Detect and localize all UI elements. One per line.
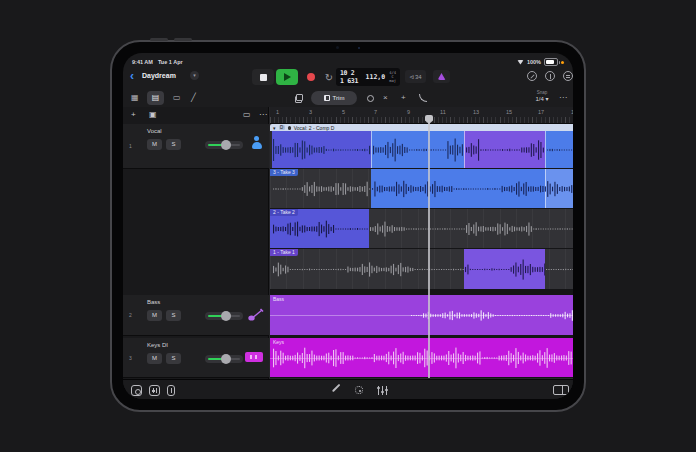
take-label[interactable]: 2 - Take 2 <box>270 209 298 216</box>
mute-button[interactable]: M <box>147 353 162 364</box>
trim-tool-button[interactable]: Trim <box>311 91 357 105</box>
tuner-button[interactable] <box>527 71 537 81</box>
main-toolbar: ‹ Daydream ▾ ↻ 10 2 1 631 112,0 4/4C maj… <box>123 66 573 91</box>
counter-icon: ⊲ <box>409 73 414 80</box>
edit-toolbar: ▦ ▤ ▭ ╱ Trim × + Snap 1/4 ▾ ⋯ <box>123 90 573 107</box>
track-header-toolbar: + ▣ ▭ ⋯ <box>123 107 269 124</box>
solo-button[interactable]: S <box>166 353 181 364</box>
comp-region-header[interactable]: ▾ D Vocal: 2 - Comp D <box>270 124 573 131</box>
take-lane-3[interactable]: 3 - Take 3 <box>270 169 573 209</box>
comp-segment-take3b[interactable] <box>545 131 573 168</box>
trim-icon <box>324 95 330 101</box>
more-button[interactable]: ⋯ <box>559 91 567 105</box>
add-track-button[interactable]: + <box>131 109 136 121</box>
take-lane-2[interactable]: 2 - Take 2 <box>270 209 573 249</box>
ruler-label: 5 <box>342 109 345 115</box>
ruler-label: 7 <box>374 109 377 115</box>
ruler-label: 19 <box>571 109 573 115</box>
ruler-label: 17 <box>538 109 544 115</box>
mixer-button[interactable] <box>149 385 160 396</box>
back-chevron-icon[interactable]: ‹ <box>130 69 134 83</box>
tracks-view-button[interactable]: ▤ <box>147 91 164 105</box>
ruler-label: 3 <box>309 109 312 115</box>
fade-button[interactable] <box>419 94 427 102</box>
ruler-label: 11 <box>440 109 446 115</box>
mute-button[interactable]: M <box>147 139 162 150</box>
zoom-fit-button[interactable]: ▭ <box>243 109 251 121</box>
ruler-label: 13 <box>473 109 479 115</box>
mute-button[interactable]: M <box>147 310 162 321</box>
automation-button[interactable]: ╱ <box>191 91 196 105</box>
lcd-display[interactable]: 10 2 1 631 112,0 4/4C maj <box>336 68 400 86</box>
mic-icon <box>288 126 291 130</box>
settings-button[interactable] <box>563 71 573 81</box>
stop-button[interactable] <box>252 69 274 85</box>
volume-slider[interactable] <box>205 141 243 149</box>
status-date: Tue 1 Apr <box>158 59 183 65</box>
playhead-line[interactable] <box>428 115 430 378</box>
browser-button[interactable]: ▦ <box>131 91 139 105</box>
track-header-keys[interactable]: 3 Keys DI M S <box>123 338 269 378</box>
project-title[interactable]: Daydream <box>142 72 176 79</box>
track-name[interactable]: Vocal <box>147 128 162 134</box>
keys-region[interactable]: Keys <box>270 338 573 378</box>
tuner-icon <box>530 74 534 78</box>
bar-ruler[interactable]: 1 3 5 7 9 11 13 15 17 19 <box>270 107 573 124</box>
ruler-label: 15 <box>506 109 512 115</box>
stop-icon <box>260 74 267 81</box>
ruler-ticks <box>270 117 573 123</box>
region-inspector-button[interactable]: ▭ <box>173 91 181 105</box>
plugins-button[interactable] <box>131 385 142 396</box>
track-header-bass[interactable]: 2 Bass M S <box>123 295 269 336</box>
lcd-tempo: 112,0 <box>366 73 386 81</box>
take-label[interactable]: 3 - Take 3 <box>270 169 298 176</box>
track-name[interactable]: Keys DI <box>147 342 168 348</box>
comp-title: Vocal: 2 - Comp D <box>294 125 335 131</box>
levels-icon[interactable] <box>377 386 388 395</box>
loop-button[interactable] <box>367 95 374 102</box>
track-header-vocal[interactable]: 1 Vocal M S <box>123 124 269 169</box>
bottom-toolbar <box>123 379 573 399</box>
play-button[interactable] <box>276 69 298 85</box>
solo-button[interactable]: S <box>166 139 181 150</box>
comp-disclosure-icon[interactable]: ▾ <box>273 125 276 131</box>
comp-segment-take1[interactable] <box>464 131 546 168</box>
comp-segment-take2[interactable] <box>272 131 371 168</box>
volume-slider[interactable] <box>205 355 243 363</box>
volume-slider[interactable] <box>205 312 243 320</box>
comp-segment-take3[interactable] <box>371 131 465 168</box>
join-button[interactable]: + <box>401 91 406 105</box>
solo-button[interactable]: S <box>166 310 181 321</box>
fader-button[interactable] <box>167 385 175 396</box>
comp-region-row[interactable] <box>270 131 573 169</box>
track-header-column: + ▣ ▭ ⋯ 1 Vocal M S 2 <box>123 107 269 379</box>
marketing-canvas: 9:41 AM Tue 1 Apr 100% ‹ Daydream ▾ ↻ <box>0 0 696 452</box>
di-box-icon <box>245 352 263 362</box>
play-icon <box>284 73 291 81</box>
metronome-button[interactable] <box>545 71 555 81</box>
ipad-device-frame: 9:41 AM Tue 1 Apr 100% ‹ Daydream ▾ ↻ <box>110 40 586 412</box>
track-number: 2 <box>129 312 132 318</box>
bass-region[interactable]: Bass <box>270 295 573 336</box>
track-template-icon[interactable]: ▣ <box>149 109 157 121</box>
track-name[interactable]: Bass <box>147 299 160 305</box>
record-icon <box>307 73 315 81</box>
project-menu-chevron-icon[interactable]: ▾ <box>190 71 199 80</box>
volume-up-button <box>150 38 168 41</box>
battery-icon <box>544 58 558 66</box>
track-number: 1 <box>129 143 132 149</box>
take-label[interactable]: 1 - Take 1 <box>270 249 298 256</box>
editor-settings-icon[interactable] <box>355 386 363 394</box>
trim-label: Trim <box>333 95 345 101</box>
pencil-icon[interactable] <box>332 384 340 392</box>
counter-badge[interactable]: ⊲ 34 <box>405 70 426 83</box>
ruler-label: 1 <box>276 109 279 115</box>
header-more-button[interactable]: ⋯ <box>259 109 267 121</box>
split-button[interactable]: × <box>383 91 388 105</box>
timeline-area[interactable]: 1 3 5 7 9 11 13 15 17 19 ▾ <box>270 107 573 379</box>
keyboard-icon[interactable] <box>553 385 569 395</box>
take-lane-1[interactable]: 1 - Take 1 <box>270 249 573 290</box>
session-player-button[interactable] <box>433 70 450 83</box>
snap-control[interactable]: Snap 1/4 ▾ <box>529 90 555 102</box>
duplicate-button[interactable] <box>295 94 303 102</box>
